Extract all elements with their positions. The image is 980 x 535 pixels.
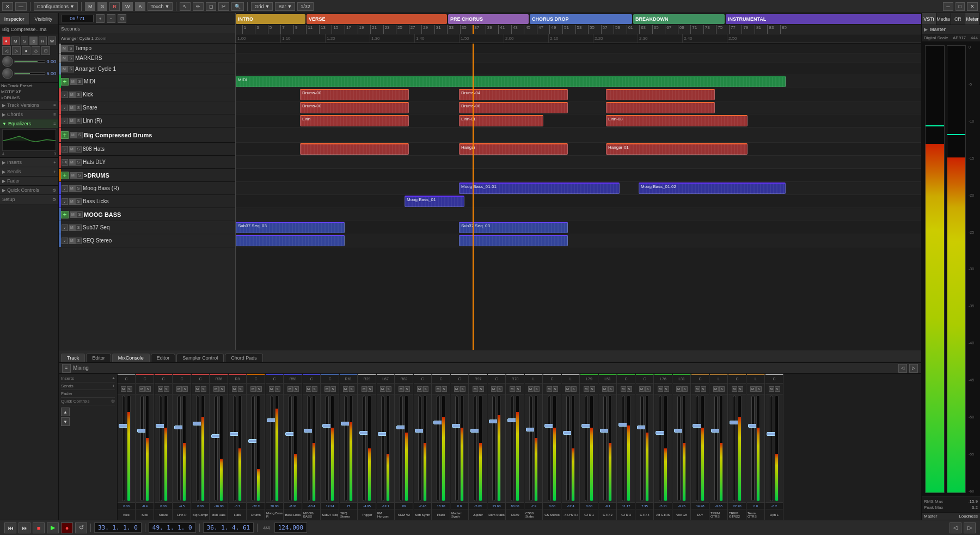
solo-btn[interactable]: S [75,92,82,98]
monitor-btn[interactable]: e [29,37,38,45]
solo-btn[interactable]: S [75,224,82,231]
ch-routing-label[interactable]: C [173,375,191,384]
chords-header[interactable]: ▶ Chords ≡ [0,110,58,119]
rewind-btn[interactable]: ⏮ [4,522,16,533]
tab-editor[interactable]: Editor [86,354,111,362]
tool-pencil[interactable]: ✏ [193,2,204,11]
solo-btn[interactable]: S [75,238,82,244]
bar-dropdown[interactable]: Bar ▼ [275,2,295,11]
zoom-in[interactable]: + [96,14,105,23]
ch-routing-label[interactable]: L [562,375,579,384]
ch-mute-btn[interactable]: M [176,386,182,392]
tab-mixconsole[interactable]: MixConsole [112,354,150,362]
tool-zoom[interactable]: 🔍 [231,2,244,11]
ch-mute-btn[interactable]: M [658,386,663,392]
tab-visibility[interactable]: Visibility [29,13,59,25]
ch-mute-btn[interactable]: M [362,386,367,392]
ch-fader-track[interactable] [733,396,736,501]
ch-solo-btn[interactable]: S [386,386,391,392]
mixer-menu-btn[interactable]: ≡ [62,364,71,373]
sends-toggle[interactable]: + [112,384,115,388]
ch-solo-btn[interactable]: S [201,386,206,392]
ch-routing-label[interactable]: R36 [210,375,228,384]
play-btn[interactable]: ▶ [47,522,59,533]
volume-knob[interactable] [2,56,13,67]
ch-fader-track[interactable] [307,396,310,501]
solo-btn[interactable]: S [68,45,74,52]
ch-solo-btn[interactable]: S [627,386,632,392]
ch-mute-btn[interactable]: M [547,386,552,392]
ins-btn-1[interactable]: ◁ [2,46,11,55]
ch-solo-btn[interactable]: S [423,386,428,392]
clip[interactable] [606,89,715,100]
ins-btn-4[interactable]: ◇ [32,46,40,55]
add-track-btn[interactable]: + [61,172,69,179]
fast-forward-btn[interactable]: ⏭ [19,522,30,533]
ch-solo-btn[interactable]: S [330,386,336,392]
clip[interactable]: Drums-04 [459,89,568,100]
ch-routing-label[interactable]: C [192,375,209,384]
ch-routing-label[interactable]: R97 [469,375,487,384]
track-header-moog-bass-(r)[interactable]: ♪MSMoog Bass (R) [59,182,235,195]
tab-editor2[interactable]: Editor [151,354,176,362]
mode-a[interactable]: A [135,2,145,11]
mute-btn[interactable]: M [69,224,75,231]
ch-routing-label[interactable]: L [525,375,542,384]
ch-fader-track[interactable] [714,396,718,501]
ch-fader-track[interactable] [492,396,495,501]
ch-mute-btn[interactable]: M [510,386,515,392]
ch-fader-track[interactable] [122,396,125,501]
ins-btn-5[interactable]: ⊞ [41,46,50,55]
track-header-markers[interactable]: MSMARKERS [59,53,235,63]
arr-instrumental[interactable]: INSTRUMENTAL [726,14,921,24]
ch-fader-track[interactable] [196,396,199,501]
tool-pointer[interactable]: ↖ [180,2,191,11]
solo-btn[interactable]: S [75,198,82,205]
track-header-bass-licks[interactable]: ♪MSBass Licks [59,195,235,208]
tab-cr[interactable]: CR [951,13,966,25]
ch-fader-track[interactable] [659,396,662,501]
ch-solo-btn[interactable]: S [701,386,706,392]
stop-btn[interactable]: ■ [33,522,45,533]
track-type-icon[interactable]: ♪ [62,224,68,231]
window-max[interactable]: □ [955,2,965,11]
pan-slider[interactable] [14,72,45,75]
ch-mute-btn[interactable]: M [232,386,237,392]
mode-w[interactable]: W [122,2,133,11]
mode-m[interactable]: M [85,2,96,11]
ch-solo-btn[interactable]: S [349,386,354,392]
mixer-nav-up[interactable]: ▲ [61,408,70,416]
mute-btn[interactable]: M [69,92,75,98]
ch-mute-btn[interactable]: M [639,386,645,392]
arr-prechorus[interactable]: PRE CHORUS [448,14,529,24]
ch-solo-btn[interactable]: S [719,386,725,392]
ch-mute-btn[interactable]: M [158,386,163,392]
ch-solo-btn[interactable]: S [497,386,503,392]
arr-verse[interactable]: VERSE [307,14,447,24]
solo-btn[interactable]: S [75,118,82,124]
arr-breakdown[interactable]: BREAKDOWN [633,14,725,24]
track-header-moog-bass[interactable]: +MSMOOG BASS [59,208,235,221]
record-btn[interactable]: ● [2,37,10,45]
ch-fader-track[interactable] [418,396,421,501]
ruler[interactable]: 1357911131517192123252729313335373941434… [236,25,921,35]
ch-mute-btn[interactable]: M [436,386,441,392]
solo-btn[interactable]: S [75,185,82,192]
track-header-big-compressed-drums[interactable]: +MSBig Compressed Drums [59,127,235,143]
track-header-linn-(r)[interactable]: ♪MSLinn (R) [59,114,235,127]
clip[interactable]: Sub37 Seq_03 [236,222,345,233]
track-type-icon[interactable]: ♪ [62,198,68,205]
track-type-icon[interactable]: ♪ [62,146,68,153]
mute-btn[interactable]: M [11,37,20,45]
beat-readout[interactable]: 36. 1. 4. 61 [203,522,254,533]
track-header-arranger-cycle-1[interactable]: MSArranger Cycle 1 [59,63,235,75]
ch-mute-btn[interactable]: M [139,386,145,392]
ch-routing-label[interactable]: C [617,375,635,384]
ch-mute-btn[interactable]: M [343,386,348,392]
ch-routing-label[interactable]: R8 [229,375,246,384]
mute-btn[interactable]: M [69,118,75,124]
ch-fader-track[interactable] [640,396,644,501]
touch-dropdown[interactable]: Touch ▼ [148,2,173,11]
ch-routing-label[interactable]: L67 [377,375,394,384]
equalizers-header[interactable]: ▼ Equalizers ≡ [0,119,58,128]
